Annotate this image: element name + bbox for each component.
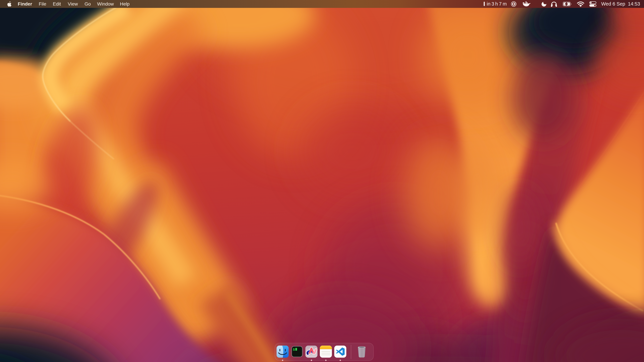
svg-text:$: $ xyxy=(293,348,295,352)
